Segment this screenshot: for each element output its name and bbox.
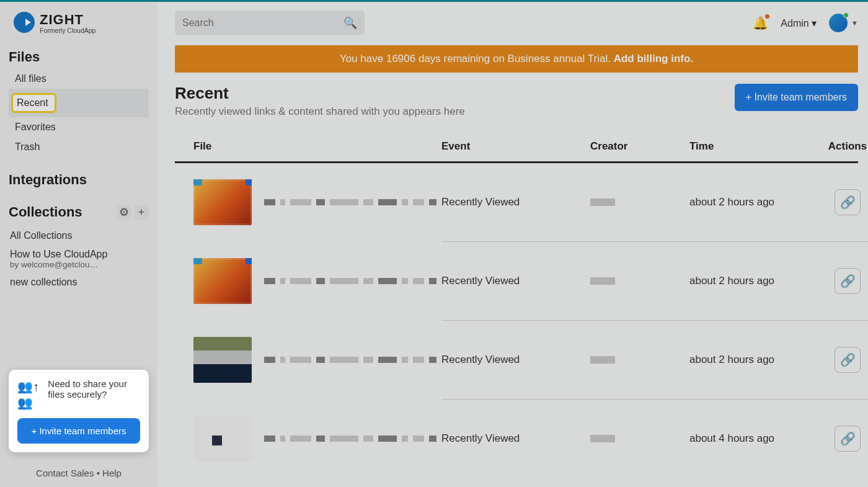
nav-trash[interactable]: Trash [9,137,149,157]
file-thumbnail[interactable] [193,258,252,304]
file-cell [193,258,441,304]
copy-link-button[interactable]: 🔗 [835,347,861,373]
brand-tagline: Formerly CloudApp [40,27,95,34]
contact-sales-link[interactable]: Contact Sales [36,468,94,478]
presence-dot-icon [843,12,849,18]
creator-cell [590,435,689,442]
promo-emoji-icon: 👥↑👥 [17,378,42,411]
sidebar-footer: Contact Sales • Help [0,468,157,478]
admin-menu[interactable]: Admin ▾ [781,17,817,29]
file-cell [193,179,441,225]
sidebar: ZIGHT Formerly CloudApp Files All files … [0,2,157,487]
invite-team-button[interactable]: + Invite team members [735,84,858,111]
banner-mid: days remaining on Business annual Trial. [415,53,613,65]
nav-all-files[interactable]: All files [9,69,149,89]
event-cell: Recently Viewed [441,432,590,445]
actions-cell: 🔗 [807,268,868,294]
nav-favorites[interactable]: Favorites [9,117,149,137]
promo-invite-button[interactable]: + Invite team members [17,418,140,444]
table-row[interactable]: Recently Viewedabout 2 hours ago🔗 [175,321,858,399]
brand-name: ZIGHT [40,12,95,28]
copy-link-button[interactable]: 🔗 [835,189,861,215]
avatar-icon [829,14,848,32]
footer-separator: • [94,468,102,478]
banner-cta[interactable]: Add billing info. [614,53,693,65]
file-name-redacted [264,436,436,442]
table-row[interactable]: Recently Viewedabout 2 hours ago🔗 [175,163,858,241]
actions-cell: 🔗 [807,426,868,452]
time-cell: about 2 hours ago [689,196,807,208]
creator-cell [590,356,689,364]
collection-all[interactable]: All Collections [9,226,149,245]
event-cell: Recently Viewed [441,354,590,366]
notifications-button[interactable]: 🔔 [753,16,768,30]
time-cell: about 2 hours ago [689,275,807,287]
collections-settings-button[interactable]: ⚙ [117,205,131,220]
topbar: 🔍 🔔 Admin ▾ ▼ [175,11,858,35]
creator-redacted [590,435,615,442]
integrations-section-title[interactable]: Integrations [9,172,149,188]
actions-cell: 🔗 [807,189,868,215]
search-box[interactable]: 🔍 [175,11,365,35]
user-avatar-menu[interactable]: ▼ [829,14,858,32]
copy-link-button[interactable]: 🔗 [835,268,861,294]
link-icon: 🔗 [840,274,856,288]
nav-recent-label: Recent [11,93,56,113]
col-event: Event [441,140,590,153]
actions-cell: 🔗 [807,347,868,373]
logo-icon [14,12,35,33]
banner-days: 16906 [386,53,415,65]
col-actions: Actions [807,140,868,153]
file-name-redacted [264,199,436,205]
creator-redacted [590,277,615,285]
file-thumbnail[interactable] [193,416,252,462]
collections-section-title: Collections [9,204,82,220]
time-cell: about 4 hours ago [689,432,807,445]
chevron-down-icon: ▼ [851,19,858,27]
file-name-redacted [264,278,436,284]
brand-logo[interactable]: ZIGHT Formerly CloudApp [14,12,149,34]
table-header: File Event Creator Time Actions [175,140,858,163]
table-row[interactable]: Recently Viewedabout 2 hours ago🔗 [175,242,858,320]
page-title: Recent [175,84,465,103]
creator-cell [590,199,689,206]
promo-text: Need to share your files securely? [48,378,140,400]
collection-howto[interactable]: How to Use CloudApp by welcome@getclou… [9,245,149,273]
event-cell: Recently Viewed [441,275,590,287]
notification-dot-icon [765,14,769,19]
search-icon[interactable]: 🔍 [343,16,357,30]
plus-icon: + [138,206,145,219]
file-cell [193,416,441,462]
collection-howto-label: How to Use CloudApp [10,249,148,260]
search-input[interactable] [182,17,339,29]
collection-new[interactable]: new collections [9,273,149,292]
creator-redacted [590,199,615,206]
time-cell: about 2 hours ago [689,354,807,366]
creator-redacted [590,356,615,364]
file-thumbnail[interactable] [193,337,252,383]
creator-cell [590,277,689,285]
collection-howto-by: by welcome@getclou… [10,260,148,269]
link-icon: 🔗 [840,431,856,446]
link-icon: 🔗 [840,195,856,210]
banner-pre: You have [340,53,386,65]
gear-icon: ⚙ [119,205,129,219]
file-cell [193,337,441,383]
file-thumbnail[interactable] [193,179,252,225]
table-row[interactable]: Recently Viewedabout 4 hours ago🔗 [175,400,858,478]
trial-banner: You have 16906 days remaining on Busines… [175,45,858,73]
file-name-redacted [264,357,436,363]
recent-table: File Event Creator Time Actions Recently… [175,140,858,478]
event-cell: Recently Viewed [441,196,590,208]
col-file: File [193,140,441,153]
main-content: 🔍 🔔 Admin ▾ ▼ You have 16906 days remain… [157,2,868,487]
collections-add-button[interactable]: + [134,205,149,220]
link-icon: 🔗 [840,352,856,367]
help-link[interactable]: Help [102,468,122,478]
copy-link-button[interactable]: 🔗 [835,426,861,452]
col-creator: Creator [590,140,689,153]
page-subtitle: Recently viewed links & content shared w… [175,105,465,118]
col-time: Time [689,140,807,153]
nav-recent[interactable]: Recent [9,89,149,117]
invite-promo-card: 👥↑👥 Need to share your files securely? +… [9,370,149,452]
